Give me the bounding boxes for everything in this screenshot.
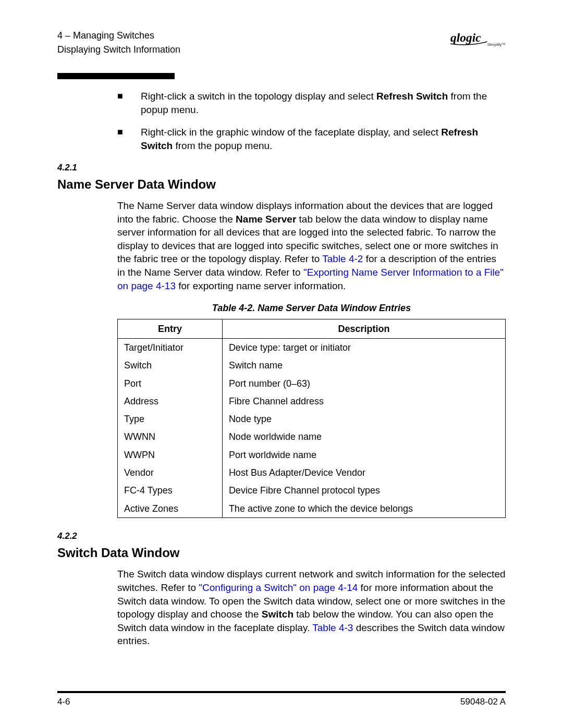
body-text: for exporting name server information. <box>176 280 346 291</box>
table-cell-entry: Address <box>118 392 223 410</box>
table-header-entry: Entry <box>118 319 223 338</box>
breadcrumb-section: 4 – Managing Switches <box>57 29 506 43</box>
table-row: FC-4 TypesDevice Fibre Channel protocol … <box>118 482 506 499</box>
table-row: VendorHost Bus Adapter/Device Vendor <box>118 464 506 482</box>
table-cell-description: The active zone to which the device belo… <box>222 500 505 518</box>
table-cell-description: Fibre Channel address <box>222 392 505 410</box>
list-item: Right-click in the graphic window of the… <box>117 126 506 152</box>
body-text-bold: Switch <box>262 609 293 620</box>
table-cell-description: Host Bus Adapter/Device Vendor <box>222 464 505 482</box>
table-caption: Table 4-2. Name Server Data Window Entri… <box>117 302 506 314</box>
table-cell-description: Device type: target or initiator <box>222 338 505 356</box>
table-row: Active ZonesThe active zone to which the… <box>118 500 506 518</box>
table-cell-description: Node type <box>222 410 505 428</box>
table-cell-entry: Vendor <box>118 464 223 482</box>
header-rule <box>57 73 175 79</box>
table-cell-entry: WWPN <box>118 446 223 464</box>
table-cell-entry: Type <box>118 410 223 428</box>
table-row: WWNNNode worldwide name <box>118 428 506 446</box>
table-row: TypeNode type <box>118 410 506 428</box>
table-cell-description: Switch name <box>222 356 505 374</box>
table-cell-description: Port worldwide name <box>222 446 505 464</box>
table-row: SwitchSwitch name <box>118 356 506 374</box>
page-content: Right-click a switch in the topology dis… <box>57 79 506 648</box>
table-cell-description: Port number (0–63) <box>222 375 505 392</box>
bullet-list: Right-click a switch in the topology dis… <box>117 90 506 153</box>
paragraph: The Name Server data window displays inf… <box>117 199 506 292</box>
list-text: from the popup menu. <box>173 140 272 151</box>
section-number: 4.2.2 <box>57 530 506 542</box>
cross-ref-link[interactable]: Table 4-2 <box>322 253 363 264</box>
table-row: PortPort number (0–63) <box>118 375 506 392</box>
table-cell-entry: Switch <box>118 356 223 374</box>
page-number: 4-6 <box>57 696 70 708</box>
svg-text:Simplify™: Simplify™ <box>487 42 506 47</box>
list-text: Right-click a switch in the topology dis… <box>141 91 376 102</box>
table-cell-entry: Active Zones <box>118 500 223 518</box>
table-cell-entry: Port <box>118 375 223 392</box>
page-footer: 4-6 59048-02 A <box>57 691 506 708</box>
table-header-description: Description <box>222 319 505 338</box>
name-server-table: Entry Description Target/InitiatorDevice… <box>117 319 506 518</box>
table-row: AddressFibre Channel address <box>118 392 506 410</box>
section-number: 4.2.1 <box>57 162 506 174</box>
table-cell-entry: WWNN <box>118 428 223 446</box>
section-title: Switch Data Window <box>57 545 506 561</box>
paragraph: The Switch data window displays current … <box>117 567 506 648</box>
list-item: Right-click a switch in the topology dis… <box>117 90 506 116</box>
footer-rule <box>57 691 506 693</box>
table-row: Target/InitiatorDevice type: target or i… <box>118 338 506 356</box>
qlogic-logo: qlogic Simplify™ <box>448 29 506 55</box>
cross-ref-link[interactable]: "Configuring a Switch" on page 4-14 <box>199 582 358 593</box>
table-header-row: Entry Description <box>118 319 506 338</box>
table-cell-entry: Target/Initiator <box>118 338 223 356</box>
table-row: WWPNPort worldwide name <box>118 446 506 464</box>
cross-ref-link[interactable]: Table 4-3 <box>312 622 353 633</box>
list-text: Right-click in the graphic window of the… <box>141 127 441 138</box>
svg-text:qlogic: qlogic <box>450 31 481 44</box>
table-cell-description: Node worldwide name <box>222 428 505 446</box>
table-cell-description: Device Fibre Channel protocol types <box>222 482 505 499</box>
table-cell-entry: FC-4 Types <box>118 482 223 499</box>
doc-id: 59048-02 A <box>460 696 506 708</box>
page-header: 4 – Managing Switches Displaying Switch … <box>57 29 506 68</box>
breadcrumb-subsection: Displaying Switch Information <box>57 43 506 57</box>
section-title: Name Server Data Window <box>57 176 506 193</box>
body-text-bold: Name Server <box>236 214 296 225</box>
list-text-bold: Refresh Switch <box>376 91 448 102</box>
